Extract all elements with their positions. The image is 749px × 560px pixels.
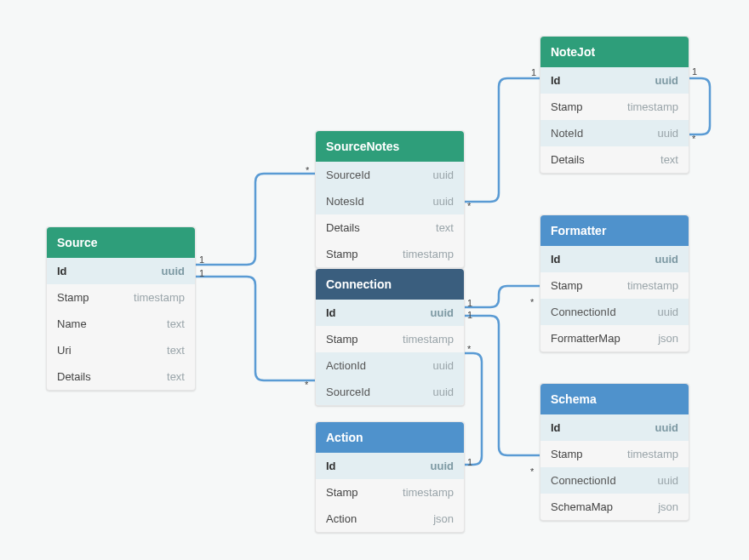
field-source-details: Detailstext <box>47 363 195 390</box>
field-source-name: Nametext <box>47 311 195 337</box>
entity-formatter: Formatter Iduuid Stamptimestamp Connecti… <box>540 214 689 352</box>
field-notejot-details: Detailstext <box>540 146 689 173</box>
cardinality-many: * <box>306 165 309 175</box>
cardinality-many: * <box>305 380 308 390</box>
field-sourcenotes-sourceid: SourceIduuid <box>316 162 464 188</box>
field-action-stamp: Stamptimestamp <box>316 479 464 506</box>
entity-formatter-header: Formatter <box>540 215 689 246</box>
field-connection-sourceid: SourceIduuid <box>316 379 464 405</box>
cardinality-one: 1 <box>467 310 472 320</box>
field-formatter-id: Iduuid <box>540 246 689 272</box>
field-schema-connectionid: ConnectionIduuid <box>540 467 689 494</box>
cardinality-many: * <box>692 134 695 144</box>
entity-notejot-header: NoteJot <box>540 37 689 67</box>
field-notejot-stamp: Stamptimestamp <box>540 94 689 120</box>
field-schema-stamp: Stamptimestamp <box>540 441 689 467</box>
cardinality-one: 1 <box>692 66 697 77</box>
field-source-id: Iduuid <box>47 258 195 284</box>
entity-action: Action Iduuid Stamptimestamp Actionjson <box>315 421 465 533</box>
field-sourcenotes-stamp: Stamptimestamp <box>316 241 464 267</box>
field-connection-stamp: Stamptimestamp <box>316 326 464 352</box>
entity-source: Source Iduuid Stamptimestamp Nametext Ur… <box>46 226 196 391</box>
field-notejot-noteid: NoteIduuid <box>540 120 689 146</box>
entity-sourcenotes: SourceNotes SourceIduuid NotesIduuid Det… <box>315 130 465 268</box>
cardinality-one: 1 <box>199 268 204 278</box>
field-source-stamp: Stamptimestamp <box>47 284 195 311</box>
entity-source-header: Source <box>47 227 195 258</box>
entity-connection-header: Connection <box>316 269 464 300</box>
cardinality-many: * <box>467 344 471 354</box>
cardinality-one: 1 <box>467 457 472 467</box>
entity-sourcenotes-header: SourceNotes <box>316 131 464 162</box>
field-action-action: Actionjson <box>316 506 464 532</box>
cardinality-one: 1 <box>199 254 204 265</box>
field-connection-id: Iduuid <box>316 300 464 326</box>
field-sourcenotes-notesid: NotesIduuid <box>316 188 464 214</box>
field-formatter-stamp: Stamptimestamp <box>540 272 689 299</box>
cardinality-many: * <box>467 201 471 211</box>
entity-notejot: NoteJot Iduuid Stamptimestamp NoteIduuid… <box>540 36 689 174</box>
entity-connection: Connection Iduuid Stamptimestamp ActionI… <box>315 268 465 406</box>
cardinality-one: 1 <box>531 67 536 77</box>
field-source-uri: Uritext <box>47 337 195 363</box>
cardinality-many: * <box>530 466 534 477</box>
field-action-id: Iduuid <box>316 453 464 479</box>
field-formatter-connectionid: ConnectionIduuid <box>540 299 689 325</box>
entity-schema-header: Schema <box>540 384 689 414</box>
field-notejot-id: Iduuid <box>540 67 689 94</box>
cardinality-one: 1 <box>467 298 472 308</box>
entity-action-header: Action <box>316 422 464 453</box>
field-schema-id: Iduuid <box>540 414 689 441</box>
field-sourcenotes-details: Detailstext <box>316 214 464 241</box>
field-formatter-formattermap: FormatterMapjson <box>540 325 689 351</box>
cardinality-many: * <box>530 297 534 307</box>
field-schema-schemamap: SchemaMapjson <box>540 494 689 520</box>
entity-schema: Schema Iduuid Stamptimestamp ConnectionI… <box>540 383 689 521</box>
field-connection-actionid: ActionIduuid <box>316 352 464 379</box>
